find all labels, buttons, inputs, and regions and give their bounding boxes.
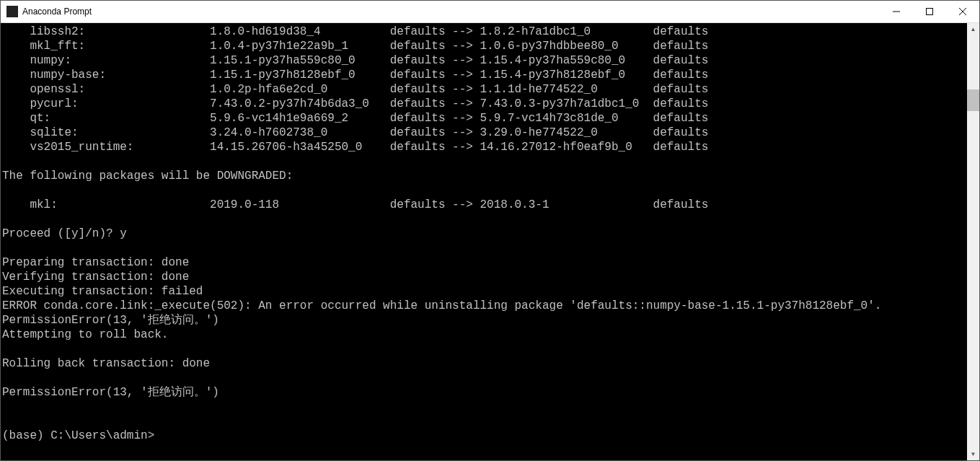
close-button[interactable] bbox=[946, 1, 979, 22]
scroll-up-icon[interactable]: ▲ bbox=[967, 23, 979, 35]
window-controls bbox=[880, 1, 979, 22]
vertical-scrollbar[interactable]: ▲ ▼ bbox=[967, 23, 979, 460]
title-left: Anaconda Prompt bbox=[1, 6, 92, 17]
scroll-down-icon[interactable]: ▼ bbox=[967, 448, 979, 460]
svg-rect-1 bbox=[927, 9, 933, 15]
terminal-area: libssh2: 1.8.0-hd619d38_4 defaults --> 1… bbox=[1, 23, 979, 460]
scroll-thumb[interactable] bbox=[967, 89, 979, 111]
maximize-button[interactable] bbox=[913, 1, 946, 22]
window: Anaconda Prompt libssh2: 1.8.0-hd619d38_… bbox=[0, 0, 980, 461]
scroll-track[interactable] bbox=[967, 35, 979, 448]
title-bar: Anaconda Prompt bbox=[1, 1, 979, 23]
terminal-output[interactable]: libssh2: 1.8.0-hd619d38_4 defaults --> 1… bbox=[1, 23, 967, 460]
minimize-button[interactable] bbox=[880, 1, 913, 22]
window-title: Anaconda Prompt bbox=[22, 6, 92, 17]
terminal-icon bbox=[6, 6, 18, 17]
